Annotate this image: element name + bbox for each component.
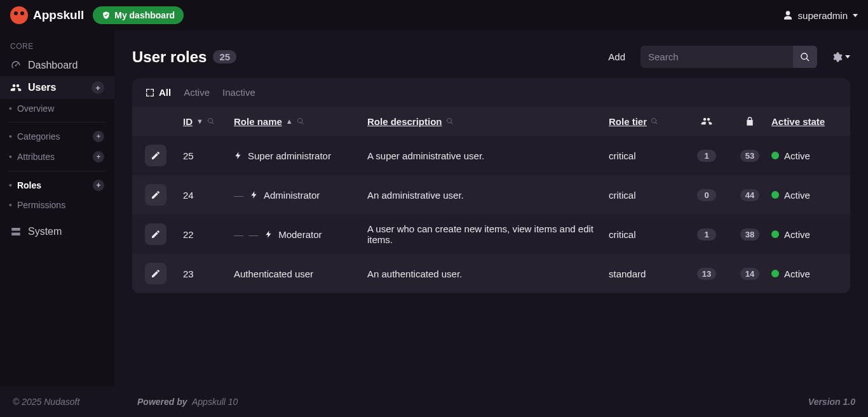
sort-asc-icon: ▲ bbox=[286, 117, 293, 125]
cell-role-tier: critical bbox=[609, 229, 685, 240]
th-role-name[interactable]: Role name ▲ bbox=[234, 116, 367, 127]
th-role-tier-label: Role tier bbox=[609, 116, 647, 127]
cell-role-tier: critical bbox=[609, 190, 685, 201]
sidebar-permissions-label: Permissions bbox=[17, 200, 65, 210]
status-dot-icon bbox=[771, 270, 779, 277]
edit-button[interactable] bbox=[145, 184, 166, 206]
tab-active[interactable]: Active bbox=[184, 87, 210, 98]
cell-role-name: —Administrator bbox=[234, 190, 367, 201]
sidebar-sub-categories[interactable]: Categories + bbox=[0, 126, 114, 147]
role-name-text: Moderator bbox=[278, 229, 322, 240]
settings-menu[interactable] bbox=[831, 51, 850, 63]
pencil-icon bbox=[151, 268, 161, 279]
add-category-icon[interactable]: + bbox=[93, 131, 104, 142]
check-shield-icon bbox=[102, 11, 111, 20]
role-name-text: Administrator bbox=[264, 190, 320, 201]
tab-active-label: Active bbox=[184, 87, 210, 98]
cell-role-name: Authenticated user bbox=[234, 268, 367, 279]
divider bbox=[9, 171, 105, 171]
tab-inactive[interactable]: Inactive bbox=[222, 87, 255, 98]
user-menu[interactable]: superadmin bbox=[783, 10, 858, 21]
user-name: superadmin bbox=[798, 10, 848, 21]
search-input[interactable] bbox=[641, 46, 793, 68]
my-dashboard-button[interactable]: My dashboard bbox=[93, 6, 184, 24]
permissions-count-badge: 38 bbox=[740, 228, 759, 241]
filter-icon[interactable] bbox=[651, 117, 658, 125]
cell-role-description: A super administrative user. bbox=[367, 150, 609, 161]
page-header: User roles 25 Add bbox=[132, 30, 850, 78]
users-icon bbox=[701, 116, 712, 127]
th-active-state-label: Active state bbox=[771, 116, 825, 127]
users-count-badge: 1 bbox=[697, 228, 716, 241]
th-id[interactable]: ID ▼ bbox=[183, 116, 234, 127]
th-role-tier[interactable]: Role tier bbox=[609, 116, 685, 127]
brand-logo-icon bbox=[10, 6, 28, 24]
footer-powered-by-label: Powered by bbox=[137, 397, 187, 407]
cell-id: 25 bbox=[183, 150, 234, 161]
sidebar-item-dashboard[interactable]: Dashboard bbox=[0, 55, 114, 76]
sidebar-sub-overview[interactable]: Overview bbox=[0, 99, 114, 118]
sidebar: CORE Dashboard Users + Overview Categori… bbox=[0, 30, 114, 387]
sidebar-item-system[interactable]: System bbox=[0, 221, 114, 242]
cell-role-name: — —Moderator bbox=[234, 229, 367, 240]
role-name-text: Super administrator bbox=[248, 150, 331, 161]
tab-all[interactable]: All bbox=[145, 87, 171, 98]
cell-id: 23 bbox=[183, 268, 234, 279]
th-permissions-count bbox=[728, 116, 771, 126]
main: User roles 25 Add bbox=[114, 30, 868, 387]
cell-active-state: Active bbox=[771, 229, 850, 240]
sidebar-item-users[interactable]: Users + bbox=[0, 76, 114, 99]
brand-name: Appskull bbox=[33, 8, 84, 22]
divider bbox=[9, 122, 105, 122]
users-count-badge: 1 bbox=[697, 150, 716, 162]
brand[interactable]: Appskull bbox=[10, 6, 84, 24]
add-button[interactable]: Add bbox=[608, 51, 625, 62]
pencil-icon bbox=[151, 150, 161, 161]
filter-icon[interactable] bbox=[446, 117, 454, 125]
users-icon bbox=[10, 82, 22, 93]
topbar: Appskull My dashboard superadmin bbox=[0, 0, 868, 30]
bolt-icon bbox=[234, 151, 243, 160]
page-title: User roles bbox=[132, 48, 207, 66]
search-wrap bbox=[641, 46, 817, 68]
add-user-icon[interactable]: + bbox=[92, 81, 104, 94]
bolt-icon bbox=[264, 230, 273, 239]
add-attribute-icon[interactable]: + bbox=[93, 151, 104, 162]
edit-button[interactable] bbox=[145, 223, 166, 245]
sidebar-attributes-label: Attributes bbox=[17, 152, 55, 162]
footer-powered-by: Appskull 10 bbox=[192, 397, 238, 407]
indent-indicator: — bbox=[234, 190, 245, 201]
sort-desc-icon: ▼ bbox=[196, 117, 203, 125]
sidebar-sub-roles[interactable]: Roles + bbox=[0, 175, 114, 195]
sidebar-categories-label: Categories bbox=[17, 131, 60, 142]
table-header: ID ▼ Role name ▲ Role desc bbox=[132, 107, 850, 136]
server-icon bbox=[10, 226, 22, 237]
status-dot-icon bbox=[771, 191, 779, 199]
search-button[interactable] bbox=[793, 46, 817, 68]
cell-role-description: A user who can create new items, view it… bbox=[367, 223, 609, 245]
sidebar-section-core: CORE bbox=[0, 36, 114, 55]
permissions-count-badge: 14 bbox=[740, 268, 759, 280]
edit-button[interactable] bbox=[145, 145, 166, 166]
filter-icon[interactable] bbox=[207, 117, 215, 125]
th-role-desc-label: Role description bbox=[367, 116, 442, 127]
sidebar-sub-attributes[interactable]: Attributes + bbox=[0, 147, 114, 167]
role-name-text: Authenticated user bbox=[234, 268, 313, 279]
filter-icon[interactable] bbox=[297, 117, 304, 125]
pencil-icon bbox=[151, 229, 161, 239]
th-role-description[interactable]: Role description bbox=[367, 116, 609, 127]
th-active-state[interactable]: Active state bbox=[771, 116, 850, 127]
sidebar-overview-label: Overview bbox=[17, 103, 54, 114]
cell-role-description: An administrative user. bbox=[367, 190, 609, 201]
sidebar-sub-permissions[interactable]: Permissions bbox=[0, 195, 114, 215]
pencil-icon bbox=[151, 190, 161, 200]
table-row: 25Super administratorA super administrat… bbox=[132, 136, 850, 175]
gear-icon bbox=[831, 51, 843, 63]
add-role-icon[interactable]: + bbox=[93, 180, 104, 191]
permissions-count-badge: 44 bbox=[740, 189, 759, 201]
cell-role-description: An authenticated user. bbox=[367, 268, 609, 279]
footer: © 2025 Nudasoft Powered by Appskull 10 V… bbox=[0, 387, 868, 417]
footer-copyright: © 2025 Nudasoft bbox=[13, 397, 127, 407]
active-state-text: Active bbox=[784, 229, 810, 240]
edit-button[interactable] bbox=[145, 263, 166, 284]
